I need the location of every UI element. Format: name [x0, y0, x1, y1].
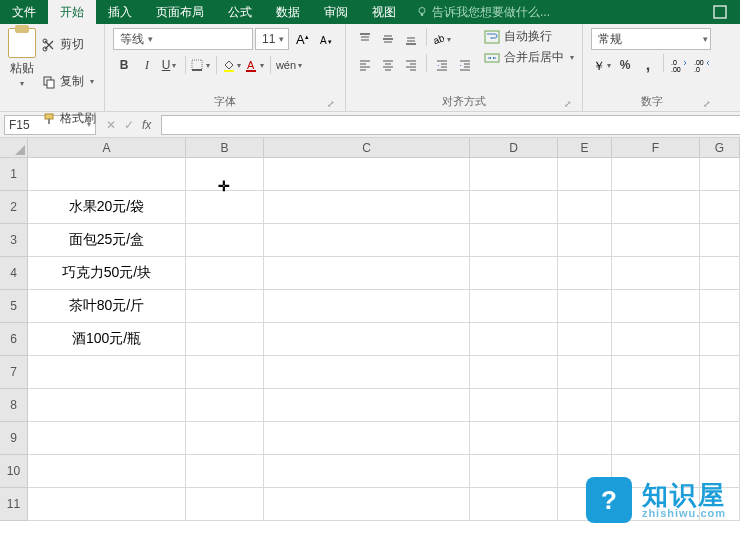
cell-E5[interactable]: [558, 290, 612, 323]
cell-F4[interactable]: [612, 257, 700, 290]
paste-button[interactable]: 粘贴 ▾: [8, 28, 36, 135]
cell-D5[interactable]: [470, 290, 558, 323]
accounting-format-button[interactable]: ￥▾: [591, 54, 613, 76]
cell-C6[interactable]: [264, 323, 470, 356]
decrease-font-button[interactable]: A▾: [315, 28, 337, 50]
cell-E2[interactable]: [558, 191, 612, 224]
bold-button[interactable]: B: [113, 54, 135, 76]
cell-F3[interactable]: [612, 224, 700, 257]
cell-D7[interactable]: [470, 356, 558, 389]
merge-center-button[interactable]: 合并后居中▾: [484, 49, 574, 66]
tab-review[interactable]: 审阅: [312, 0, 360, 24]
row-header[interactable]: 11: [0, 488, 28, 521]
cell-C2[interactable]: [264, 191, 470, 224]
cell-C3[interactable]: [264, 224, 470, 257]
cell-E8[interactable]: [558, 389, 612, 422]
tab-page-layout[interactable]: 页面布局: [144, 0, 216, 24]
cell-A1[interactable]: [28, 158, 186, 191]
font-launcher[interactable]: ⤢: [327, 99, 335, 109]
row-header[interactable]: 3: [0, 224, 28, 257]
tab-insert[interactable]: 插入: [96, 0, 144, 24]
cell-A8[interactable]: [28, 389, 186, 422]
cell-B5[interactable]: [186, 290, 264, 323]
col-header-e[interactable]: E: [558, 138, 612, 157]
align-bottom-button[interactable]: [400, 28, 422, 50]
cell-F8[interactable]: [612, 389, 700, 422]
cell-F7[interactable]: [612, 356, 700, 389]
col-header-f[interactable]: F: [612, 138, 700, 157]
cell-A2[interactable]: 水果20元/袋: [28, 191, 186, 224]
font-size-combo[interactable]: 11▾: [255, 28, 289, 50]
cell-C11[interactable]: [264, 488, 470, 521]
cell-B7[interactable]: [186, 356, 264, 389]
wrap-text-button[interactable]: 自动换行: [484, 28, 574, 45]
cell-D2[interactable]: [470, 191, 558, 224]
cell-A7[interactable]: [28, 356, 186, 389]
increase-decimal-button[interactable]: .0.00: [668, 54, 690, 76]
number-launcher[interactable]: ⤢: [703, 99, 711, 109]
row-header[interactable]: 6: [0, 323, 28, 356]
window-control[interactable]: [700, 0, 740, 24]
increase-indent-button[interactable]: [454, 54, 476, 76]
border-button[interactable]: ▾: [190, 54, 212, 76]
align-launcher[interactable]: ⤢: [564, 99, 572, 109]
cell-D4[interactable]: [470, 257, 558, 290]
tab-home[interactable]: 开始: [48, 0, 96, 24]
cell-E3[interactable]: [558, 224, 612, 257]
cell-G9[interactable]: [700, 422, 740, 455]
number-format-combo[interactable]: 常规▾: [591, 28, 711, 50]
col-header-g[interactable]: G: [700, 138, 740, 157]
col-header-d[interactable]: D: [470, 138, 558, 157]
cell-C8[interactable]: [264, 389, 470, 422]
format-painter-button[interactable]: 格式刷: [42, 102, 96, 135]
row-header[interactable]: 4: [0, 257, 28, 290]
col-header-a[interactable]: A: [28, 138, 186, 157]
cell-C9[interactable]: [264, 422, 470, 455]
cell-G1[interactable]: [700, 158, 740, 191]
cell-A5[interactable]: 茶叶80元/斤: [28, 290, 186, 323]
row-header[interactable]: 8: [0, 389, 28, 422]
row-header[interactable]: 10: [0, 455, 28, 488]
cell-D9[interactable]: [470, 422, 558, 455]
row-header[interactable]: 7: [0, 356, 28, 389]
formula-input[interactable]: [161, 115, 740, 135]
cell-E7[interactable]: [558, 356, 612, 389]
cell-G8[interactable]: [700, 389, 740, 422]
cell-C10[interactable]: [264, 455, 470, 488]
tell-me-search[interactable]: 告诉我您想要做什么...: [408, 0, 558, 24]
cell-F2[interactable]: [612, 191, 700, 224]
cell-E6[interactable]: [558, 323, 612, 356]
cell-B6[interactable]: [186, 323, 264, 356]
fill-color-button[interactable]: ▾: [221, 54, 243, 76]
italic-button[interactable]: I: [136, 54, 158, 76]
cell-F5[interactable]: [612, 290, 700, 323]
cell-F6[interactable]: [612, 323, 700, 356]
font-name-combo[interactable]: 等线▾: [113, 28, 253, 50]
cell-E9[interactable]: [558, 422, 612, 455]
row-header[interactable]: 5: [0, 290, 28, 323]
insert-function-button[interactable]: fx: [142, 118, 151, 132]
cell-A3[interactable]: 面包25元/盒: [28, 224, 186, 257]
row-header[interactable]: 1: [0, 158, 28, 191]
row-header[interactable]: 9: [0, 422, 28, 455]
decrease-decimal-button[interactable]: .00.0: [691, 54, 713, 76]
align-center-button[interactable]: [377, 54, 399, 76]
cell-C1[interactable]: [264, 158, 470, 191]
cell-B3[interactable]: [186, 224, 264, 257]
cell-G5[interactable]: [700, 290, 740, 323]
cell-A10[interactable]: [28, 455, 186, 488]
increase-font-button[interactable]: A▴: [291, 28, 313, 50]
align-left-button[interactable]: [354, 54, 376, 76]
tab-data[interactable]: 数据: [264, 0, 312, 24]
align-middle-button[interactable]: [377, 28, 399, 50]
comma-button[interactable]: ,: [637, 54, 659, 76]
cell-A6[interactable]: 酒100元/瓶: [28, 323, 186, 356]
cell-D8[interactable]: [470, 389, 558, 422]
align-top-button[interactable]: [354, 28, 376, 50]
cell-E1[interactable]: [558, 158, 612, 191]
align-right-button[interactable]: [400, 54, 422, 76]
select-all-corner[interactable]: [0, 138, 28, 157]
cell-B2[interactable]: [186, 191, 264, 224]
cell-G4[interactable]: [700, 257, 740, 290]
row-header[interactable]: 2: [0, 191, 28, 224]
